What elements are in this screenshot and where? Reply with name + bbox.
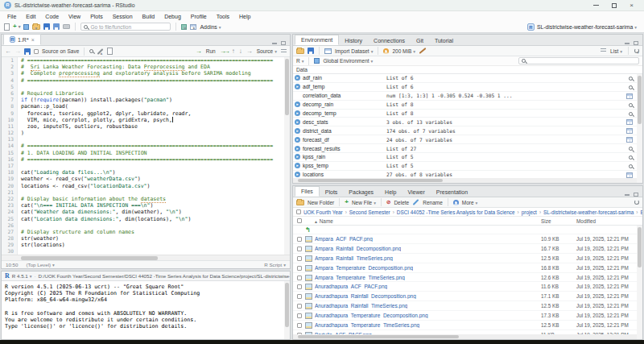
expand-icon[interactable]: ▸ <box>295 154 300 160</box>
expand-icon[interactable]: ▸ <box>295 110 300 116</box>
expand-icon[interactable]: ▸ <box>295 128 300 134</box>
menu-plots[interactable]: Plots <box>86 14 107 19</box>
scope-selector[interactable]: (Top Level) <box>26 262 54 267</box>
file-checkbox[interactable] <box>297 276 302 280</box>
go-next-chunk-icon[interactable]: ↓ <box>239 48 242 55</box>
run-button[interactable]: Run <box>206 48 216 54</box>
menu-session[interactable]: Session <box>109 14 137 19</box>
parent-directory-row[interactable]: ↰ <box>293 226 637 234</box>
memory-usage-label[interactable]: 200 MiB <box>392 48 415 54</box>
editor-vertical-scrollbar[interactable] <box>284 57 290 255</box>
expand-icon[interactable]: ▸ <box>295 84 300 89</box>
file-name-link[interactable]: Ampara_Temperature_Decomposition.png <box>315 265 413 271</box>
clear-objects-icon[interactable] <box>419 48 427 54</box>
file-checkbox[interactable] <box>297 256 302 261</box>
file-name-link[interactable]: Anuradhapura_Rainfall_Decomposition.png <box>315 293 416 299</box>
menu-file[interactable]: File <box>3 14 20 19</box>
inspect-icon[interactable] <box>629 102 633 107</box>
file-row[interactable]: Ampara_Rainfall_Decomposition.png16.7 KB… <box>293 244 637 254</box>
view-table-icon[interactable] <box>626 136 633 143</box>
source-button[interactable]: Source <box>257 48 277 54</box>
environment-scope-selector[interactable]: Global Environment <box>323 58 373 64</box>
editor-horizontal-scrollbar[interactable] <box>2 255 290 260</box>
project-selector[interactable]: SL-districtwise-weather-forecast-sarima <box>537 24 637 30</box>
delete-button[interactable]: Delete <box>394 200 409 205</box>
inspect-icon[interactable] <box>629 84 633 89</box>
tab-connections[interactable]: Connections <box>368 36 411 46</box>
inspect-icon[interactable] <box>629 163 633 168</box>
inspect-icon[interactable] <box>629 110 633 116</box>
import-dataset-button[interactable]: Import Dataset <box>335 48 373 54</box>
environment-horizontal-scrollbar[interactable] <box>293 178 637 183</box>
save-workspace-icon[interactable] <box>308 48 314 54</box>
expand-icon[interactable]: ▸ <box>295 163 300 168</box>
load-workspace-icon[interactable] <box>296 48 304 54</box>
workspace-panes-icon[interactable] <box>190 24 196 30</box>
tab-git[interactable]: Git <box>411 36 429 46</box>
file-row[interactable]: Ampara_Temperature_Decomposition.png16.8… <box>293 263 637 273</box>
new-file-button[interactable]: New File <box>352 200 376 205</box>
expand-icon[interactable]: ▸ <box>295 137 300 143</box>
pane-maximize-icon[interactable] <box>634 193 638 197</box>
more-button[interactable]: More <box>462 200 478 205</box>
inspect-icon[interactable] <box>629 146 633 151</box>
goto-file-input[interactable]: Go to file/function <box>80 23 171 31</box>
breadcrumb-item[interactable]: project <box>522 209 537 215</box>
breadcrumb-item[interactable]: SL-districtwise-weather-forecast-sarima <box>543 209 634 215</box>
column-size[interactable]: Size <box>541 218 551 224</box>
expand-icon[interactable]: ▸ <box>295 102 300 107</box>
pane-minimize-icon[interactable] <box>625 194 630 196</box>
file-name-link[interactable]: Ampara_Temperature_TimeSeries.png <box>315 275 405 280</box>
environment-object-row[interactable]: ▸kpss_tempList of 5 <box>293 162 637 171</box>
pane-minimize-icon[interactable] <box>625 43 630 44</box>
file-row[interactable]: Anuradhapura_Temperature_Decomposition.p… <box>293 311 637 321</box>
find-icon[interactable] <box>89 49 93 53</box>
file-name-link[interactable]: Ampara_Rainfall_Decomposition.png <box>315 246 401 251</box>
environment-search-input[interactable] <box>518 57 639 64</box>
column-modified[interactable]: Modified <box>576 218 596 224</box>
environment-object-row[interactable]: ▸forecast_df24 obs. of 7 variables <box>293 135 637 144</box>
file-name-link[interactable]: Ampara_ACF_PACF.png <box>315 236 373 242</box>
tab-close-icon[interactable]: × <box>31 37 35 43</box>
menu-build[interactable]: Build <box>138 14 159 19</box>
environment-object-row[interactable]: ▸desc_stats3 obs. of 13 variables <box>293 118 637 126</box>
document-outline-icon[interactable] <box>281 49 287 54</box>
environment-object-row[interactable]: ▸adf_rainList of 6 <box>293 74 637 83</box>
expand-icon[interactable]: ▸ <box>295 146 300 151</box>
expand-icon[interactable]: ▸ <box>295 75 300 81</box>
back-icon[interactable]: ← <box>5 48 11 55</box>
inspect-icon[interactable] <box>629 75 633 81</box>
menu-edit[interactable]: Edit <box>22 14 39 19</box>
file-name-link[interactable]: Ampara_Rainfall_TimeSeries.png <box>315 255 393 261</box>
breadcrumb-item[interactable]: Second Semester <box>349 209 390 215</box>
tab-tutorial[interactable]: Tutorial <box>429 36 459 46</box>
editor-tab[interactable]: R 1.R* × <box>3 34 41 46</box>
environment-object-row[interactable]: correlation_datanum [1:3, 1:3] 1 -0.305 … <box>293 92 637 101</box>
files-horizontal-scrollbar[interactable] <box>293 334 637 339</box>
file-type-selector[interactable]: R Script <box>264 262 286 267</box>
tab-environment[interactable]: Environment <box>295 35 339 46</box>
menu-tools[interactable]: Tools <box>213 14 233 19</box>
file-row[interactable]: Anuradhapura_Temperature_TimeSeries.png1… <box>293 321 637 330</box>
menu-profile[interactable]: Profile <box>187 14 211 19</box>
new-file-icon[interactable] <box>4 23 10 31</box>
environment-object-row[interactable]: ▸forecast_resultsList of 27 <box>293 144 637 153</box>
expand-icon[interactable]: ▸ <box>295 119 300 125</box>
tab-viewer[interactable]: Viewer <box>402 188 431 197</box>
version-control-icon[interactable] <box>181 24 187 30</box>
pane-maximize-icon[interactable] <box>634 41 638 45</box>
breadcrumb-checkbox[interactable] <box>296 209 301 214</box>
save-icon[interactable] <box>43 23 50 30</box>
view-table-icon[interactable] <box>626 119 633 126</box>
file-row[interactable]: Ampara_Rainfall_TimeSeries.png12.5 KBJul… <box>293 254 637 263</box>
list-view-selector[interactable]: List <box>610 48 622 54</box>
open-file-icon[interactable] <box>32 24 40 30</box>
file-checkbox[interactable] <box>297 247 302 251</box>
rename-button[interactable]: Rename <box>423 200 443 205</box>
code-editor[interactable]: 1# =====================================… <box>2 57 290 255</box>
file-checkbox[interactable] <box>297 323 302 328</box>
view-table-icon[interactable] <box>626 93 633 99</box>
expand-icon[interactable]: ▸ <box>295 172 300 177</box>
forward-icon[interactable]: → <box>14 48 21 55</box>
environment-object-row[interactable]: ▸decomp_rainList of 8 <box>293 101 637 110</box>
